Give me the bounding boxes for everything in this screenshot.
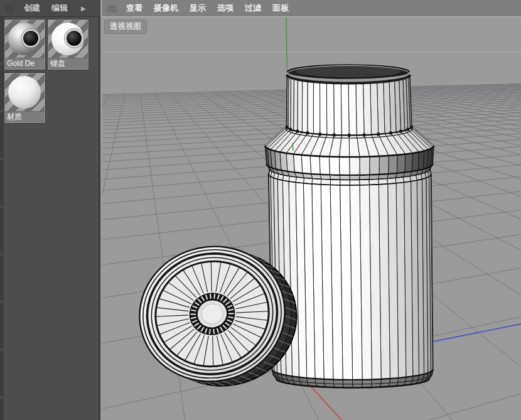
menu-item-view[interactable]: 查看 — [121, 3, 148, 14]
menu-item-options[interactable]: 选项 — [212, 3, 239, 14]
viewport-menubar: 查看摄像机显示选项过滤面板 — [102, 0, 521, 17]
menu-overflow-icon[interactable]: ▶ — [81, 5, 86, 12]
axis-y-line — [293, 143, 293, 151]
material-tile-default[interactable]: 材质 — [4, 73, 45, 123]
drag-handle-icon[interactable] — [5, 5, 14, 12]
menu-item-create[interactable]: 创建 — [18, 3, 46, 14]
material-preview-sphere — [5, 20, 45, 58]
viewport-3d[interactable] — [102, 17, 521, 420]
material-name: Gold De — [5, 58, 45, 69]
material-name: 材质 — [5, 111, 45, 122]
material-sidebar: 创建编辑▶ Gold De键盘材质 — [0, 0, 100, 420]
cinema4d-window: 创建编辑▶ Gold De键盘材质 查看摄像机显示选项过滤面板 透视视图 — [0, 0, 521, 420]
viewport-label[interactable]: 透视视图 — [104, 19, 147, 34]
material-preview-sphere — [48, 20, 88, 58]
menu-item-filter[interactable]: 过滤 — [239, 3, 267, 14]
material-name: 键盘 — [48, 58, 88, 69]
bead-hole-icon — [23, 31, 38, 46]
panel-rail[interactable] — [0, 17, 4, 420]
sphere-icon — [8, 76, 41, 109]
material-tile-gold-default[interactable]: Gold De — [4, 19, 45, 70]
main-menubar: 创建编辑▶ — [0, 0, 100, 17]
menu-item-panel[interactable]: 面板 — [267, 3, 294, 14]
menu-item-edit[interactable]: 编辑 — [46, 3, 73, 14]
menu-item-display[interactable]: 显示 — [184, 3, 212, 14]
menu-item-camera[interactable]: 摄像机 — [148, 3, 184, 14]
material-tile-keyboard[interactable]: 键盘 — [48, 19, 89, 70]
material-preview-sphere — [5, 73, 45, 111]
drag-handle-icon[interactable] — [107, 5, 117, 12]
bead-hole-icon — [67, 31, 82, 46]
